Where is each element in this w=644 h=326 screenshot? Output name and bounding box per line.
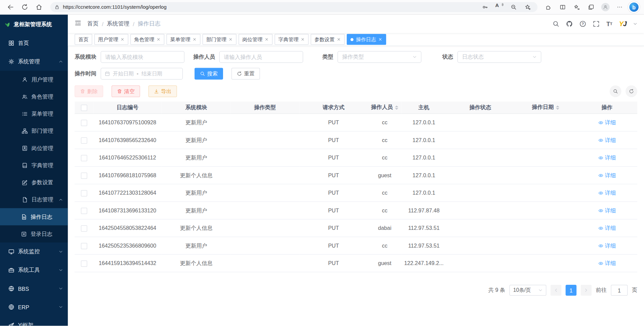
github-icon[interactable] <box>566 20 573 27</box>
search-button[interactable]: 搜索 <box>195 68 223 80</box>
sort-icons[interactable] <box>556 104 559 112</box>
tab-menus[interactable]: 菜单管理 <box>166 34 200 45</box>
sidebar-item-posts[interactable]: 岗位管理 <box>0 139 68 156</box>
tab-departments[interactable]: 部门管理 <box>203 34 236 45</box>
tab-operation-log[interactable]: 操作日志 <box>347 34 386 45</box>
sidebar-item-system[interactable]: 系统管理 <box>0 52 68 71</box>
more-menu-icon[interactable] <box>614 1 626 13</box>
avatar-dropdown-caret[interactable] <box>633 22 638 26</box>
add-favorite-icon[interactable] <box>523 3 534 12</box>
sidebar-item-bbs[interactable]: BBS <box>0 279 68 298</box>
show-search-icon-button[interactable] <box>610 85 622 97</box>
sidebar-item-parameters[interactable]: 参数设置 <box>0 174 68 191</box>
sidebar-item-tools[interactable]: 系统工具 <box>0 261 68 279</box>
date-range-picker[interactable]: 开始日期 - 结束日期 <box>101 68 183 80</box>
app-logo[interactable]: 意框架管理系统 <box>0 15 68 34</box>
sidebar-item-erp[interactable]: ERP <box>0 298 68 316</box>
row-checkbox[interactable] <box>81 120 87 126</box>
next-page-button[interactable] <box>581 285 592 296</box>
tab-close-icon[interactable] <box>301 37 305 42</box>
sidebar-item-monitoring[interactable]: 系统监控 <box>0 243 68 261</box>
type-select[interactable]: 操作类型 <box>337 51 421 63</box>
collapse-sidebar-icon[interactable] <box>75 20 82 28</box>
tab-home[interactable]: 首页 <box>75 34 93 45</box>
user-avatar[interactable]: YJ <box>619 20 627 28</box>
password-key-icon[interactable] <box>480 3 491 12</box>
tab-dictionary[interactable]: 字典管理 <box>275 34 309 45</box>
operator-input[interactable] <box>219 51 303 63</box>
prev-page-button[interactable] <box>550 285 561 296</box>
detail-link[interactable]: 详细 <box>598 207 616 214</box>
sidebar-item-yi-framework[interactable]: Yi框架 <box>0 316 68 326</box>
profile-avatar[interactable] <box>600 1 611 13</box>
detail-link[interactable]: 详细 <box>598 224 616 232</box>
sidebar-item-users[interactable]: 用户管理 <box>0 71 68 88</box>
sidebar-item-departments[interactable]: 部门管理 <box>0 122 68 139</box>
sidebar-item-login-log[interactable]: 登录日志 <box>0 225 68 243</box>
sort-icons[interactable] <box>395 104 398 112</box>
export-button[interactable]: 导出 <box>149 85 177 97</box>
detail-link[interactable]: 详细 <box>598 119 616 126</box>
breadcrumb-home[interactable]: 首页 <box>87 20 99 28</box>
sidebar-item-roles[interactable]: 角色管理 <box>0 88 68 105</box>
row-checkbox[interactable] <box>81 137 87 143</box>
tab-posts[interactable]: 岗位管理 <box>238 34 272 45</box>
reload-icon[interactable] <box>18 1 31 13</box>
search-icon[interactable] <box>553 20 559 27</box>
home-icon[interactable] <box>33 1 46 13</box>
refresh-table-button[interactable] <box>626 85 637 97</box>
address-bar[interactable]: https://ccnetcore.com:1101/system/log/op… <box>50 2 538 12</box>
tab-close-icon[interactable] <box>378 37 383 42</box>
sidebar-item-operation-log[interactable]: 操作日志 <box>0 208 68 225</box>
tab-close-icon[interactable] <box>156 37 161 42</box>
detail-link[interactable]: 详细 <box>598 189 616 197</box>
sidebar-item-home[interactable]: 首页 <box>0 34 68 52</box>
back-icon[interactable] <box>4 1 17 13</box>
detail-link[interactable]: 详细 <box>598 259 616 267</box>
page-1-button[interactable]: 1 <box>566 285 577 296</box>
row-checkbox[interactable] <box>81 243 87 249</box>
sidebar-item-menus[interactable]: 菜单管理 <box>0 105 68 122</box>
row-checkbox[interactable] <box>81 172 87 179</box>
read-aloud-icon[interactable]: A <box>494 3 505 12</box>
font-size-icon[interactable]: TT <box>606 20 612 27</box>
extensions-icon[interactable] <box>543 1 554 13</box>
status-select[interactable]: 日志状态 <box>458 51 541 63</box>
row-checkbox[interactable] <box>81 155 87 161</box>
tab-parameters[interactable]: 参数设置 <box>311 34 344 45</box>
select-all-checkbox[interactable] <box>81 105 87 111</box>
col-operator-sortable[interactable]: 操作人员 <box>368 102 401 114</box>
collections-icon[interactable] <box>585 1 597 13</box>
module-input[interactable] <box>101 51 184 63</box>
tab-close-icon[interactable] <box>193 37 197 42</box>
goto-page-input[interactable] <box>611 285 628 296</box>
page-size-select[interactable]: 10条/页 <box>509 285 546 296</box>
tab-roles[interactable]: 角色管理 <box>130 34 164 45</box>
help-icon[interactable]: ? <box>580 20 586 27</box>
row-checkbox[interactable] <box>81 207 87 214</box>
detail-link[interactable]: 详细 <box>598 242 616 250</box>
favorites-bar-icon[interactable] <box>571 1 583 13</box>
col-date-sortable[interactable]: 操作日期 <box>515 102 577 114</box>
breadcrumb-system[interactable]: 系统管理 <box>107 20 129 28</box>
sidebar-item-dictionary[interactable]: 字典管理 <box>0 157 68 174</box>
clear-button[interactable]: 清空 <box>112 85 140 97</box>
detail-link[interactable]: 详细 <box>598 172 616 179</box>
detail-link[interactable]: 详细 <box>598 136 616 144</box>
tab-close-icon[interactable] <box>228 37 233 42</box>
bing-chat-icon[interactable]: b <box>628 1 640 13</box>
sidebar-item-logs[interactable]: 日志管理 <box>0 191 68 208</box>
row-checkbox[interactable] <box>81 190 87 196</box>
tab-close-icon[interactable] <box>120 37 125 42</box>
tab-users[interactable]: 用户管理 <box>94 34 128 45</box>
row-checkbox[interactable] <box>81 225 87 232</box>
row-checkbox[interactable] <box>81 260 87 267</box>
detail-link[interactable]: 详细 <box>598 154 616 161</box>
tab-close-icon[interactable] <box>337 37 341 42</box>
tab-close-icon[interactable] <box>265 37 269 42</box>
split-screen-icon[interactable] <box>557 1 569 13</box>
zoom-out-icon[interactable] <box>508 3 519 12</box>
fullscreen-icon[interactable] <box>593 20 600 27</box>
select-all-header[interactable] <box>75 102 93 114</box>
reset-button[interactable]: 重置 <box>231 68 260 80</box>
